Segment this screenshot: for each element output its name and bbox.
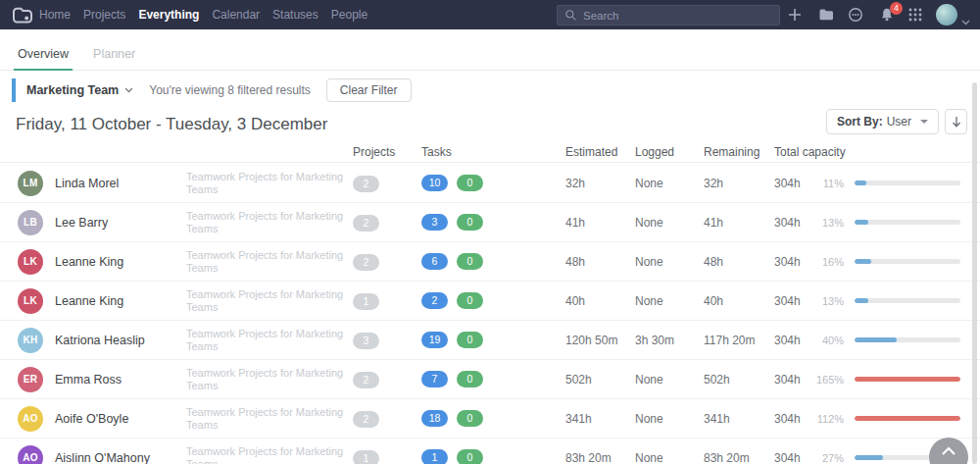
project-link[interactable]: Teamwork Projects for Marketing Teams — [186, 171, 353, 196]
avatar[interactable]: ER — [18, 367, 43, 392]
date-range-title: Friday, 11 October - Tuesday, 3 December — [16, 115, 327, 134]
add-icon[interactable] — [787, 7, 803, 23]
search-icon — [564, 9, 577, 22]
capacity-bar — [855, 416, 960, 421]
chevron-down-icon — [124, 87, 133, 93]
completed-tasks-badge[interactable]: 0 — [457, 410, 483, 427]
open-tasks-badge[interactable]: 7 — [421, 371, 448, 387]
nav-item-people[interactable]: People — [331, 8, 368, 22]
teamwork-logo-icon[interactable] — [12, 6, 33, 24]
remaining-value: 41h — [704, 216, 774, 230]
projects-count-badge[interactable]: 1 — [353, 450, 379, 464]
avatar[interactable]: LK — [18, 249, 43, 275]
user-name[interactable]: Aislinn O'Mahony — [55, 451, 150, 464]
user-avatar[interactable] — [936, 4, 957, 26]
estimated-value: 120h 50m — [565, 334, 635, 347]
capacity-bar — [855, 298, 960, 303]
team-filter-dropdown[interactable]: Marketing Team — [26, 83, 133, 97]
avatar[interactable]: LM — [18, 171, 43, 196]
tab-planner[interactable]: Planner — [93, 43, 135, 71]
user-name[interactable]: Leanne King — [55, 294, 123, 308]
projects-count-badge[interactable]: 3 — [353, 333, 379, 349]
logged-value: None — [635, 412, 704, 426]
projects-folder-icon[interactable] — [818, 7, 834, 23]
nav-item-statuses[interactable]: Statuses — [272, 8, 318, 22]
clear-filter-button[interactable]: Clear Filter — [326, 78, 412, 102]
capacity-value: 304h — [774, 216, 816, 230]
vertical-scrollbar[interactable] — [972, 82, 977, 464]
projects-count-badge[interactable]: 2 — [353, 215, 379, 232]
table-row: ER Emma Ross Teamwork Projects for Marke… — [0, 360, 980, 399]
user-name[interactable]: Lee Barry — [55, 216, 108, 230]
chevron-down-icon[interactable] — [961, 12, 970, 29]
projects-count-badge[interactable]: 2 — [353, 176, 379, 192]
avatar[interactable]: LB — [18, 210, 43, 235]
open-tasks-badge[interactable]: 2 — [421, 292, 448, 309]
download-button[interactable] — [945, 109, 967, 134]
open-tasks-badge[interactable]: 18 — [421, 410, 448, 427]
logged-value: None — [635, 373, 704, 387]
completed-tasks-badge[interactable]: 0 — [457, 175, 483, 191]
nav-item-calendar[interactable]: Calendar — [212, 8, 260, 22]
remaining-value: 341h — [704, 412, 774, 426]
remaining-value: 502h — [704, 373, 774, 387]
avatar[interactable]: AO — [18, 406, 43, 432]
projects-count-badge[interactable]: 1 — [353, 293, 379, 310]
user-name[interactable]: Linda Morel — [55, 177, 119, 190]
table-row: LK Leanne King Teamwork Projects for Mar… — [0, 242, 980, 282]
projects-count-badge[interactable]: 2 — [353, 254, 379, 271]
sort-by-dropdown[interactable]: Sort By: User — [826, 109, 939, 134]
estimated-value: 32h — [565, 177, 635, 190]
project-link[interactable]: Teamwork Projects for Marketing Teams — [186, 210, 353, 235]
nav-item-projects[interactable]: Projects — [83, 8, 125, 22]
estimated-value: 48h — [565, 255, 635, 269]
open-tasks-badge[interactable]: 3 — [421, 214, 448, 231]
user-name[interactable]: Katriona Heaslip — [55, 334, 145, 347]
tab-overview[interactable]: Overview — [18, 43, 69, 71]
capacity-bar-fill — [855, 416, 960, 421]
completed-tasks-badge[interactable]: 0 — [457, 214, 483, 231]
project-link[interactable]: Teamwork Projects for Marketing Teams — [186, 288, 353, 314]
project-link[interactable]: Teamwork Projects for Marketing Teams — [186, 445, 353, 464]
avatar-initials: LK — [24, 256, 37, 267]
avatar[interactable]: LK — [18, 288, 43, 314]
open-tasks-badge[interactable]: 19 — [421, 332, 448, 348]
nav-item-home[interactable]: Home — [39, 8, 71, 22]
capacity-percent: 112% — [816, 413, 846, 425]
search-input[interactable] — [583, 10, 772, 22]
remaining-value: 48h — [704, 255, 774, 269]
completed-tasks-badge[interactable]: 0 — [457, 449, 483, 464]
capacity-bar — [855, 377, 960, 382]
capacity-bar-fill — [855, 298, 868, 303]
completed-tasks-badge[interactable]: 0 — [457, 292, 483, 309]
project-link[interactable]: Teamwork Projects for Marketing Teams — [186, 328, 353, 353]
nav-item-everything[interactable]: Everything — [138, 8, 199, 22]
project-link[interactable]: Teamwork Projects for Marketing Teams — [186, 406, 353, 432]
completed-tasks-badge[interactable]: 0 — [457, 371, 483, 387]
filter-accent-bar — [12, 78, 16, 102]
project-link[interactable]: Teamwork Projects for Marketing Teams — [186, 249, 353, 275]
avatar[interactable]: AO — [18, 445, 43, 464]
capacity-value: 304h — [774, 334, 816, 347]
user-name[interactable]: Aoife O'Boyle — [55, 412, 128, 426]
open-tasks-badge[interactable]: 10 — [421, 175, 448, 191]
estimated-value: 502h — [565, 373, 635, 387]
open-tasks-badge[interactable]: 6 — [421, 253, 448, 270]
open-tasks-badge[interactable]: 1 — [421, 449, 448, 464]
project-link[interactable]: Teamwork Projects for Marketing Teams — [186, 367, 353, 392]
user-name[interactable]: Emma Ross — [55, 373, 122, 387]
capacity-bar — [855, 220, 960, 225]
user-name[interactable]: Leanne King — [55, 255, 123, 269]
table-row: LM Linda Morel Teamwork Projects for Mar… — [0, 164, 980, 203]
completed-tasks-badge[interactable]: 0 — [457, 253, 483, 270]
apps-grid-icon[interactable] — [907, 7, 923, 23]
completed-tasks-badge[interactable]: 0 — [457, 332, 483, 348]
table-row: LB Lee Barry Teamwork Projects for Marke… — [0, 203, 980, 242]
search-box[interactable] — [557, 5, 780, 26]
help-chat-icon[interactable] — [848, 7, 863, 23]
table-row: KH Katriona Heaslip Teamwork Projects fo… — [0, 321, 980, 360]
avatar[interactable]: KH — [18, 328, 43, 353]
projects-count-badge[interactable]: 2 — [353, 372, 379, 388]
projects-count-badge[interactable]: 2 — [353, 411, 379, 428]
sort-by-label: Sort By: — [837, 115, 883, 129]
